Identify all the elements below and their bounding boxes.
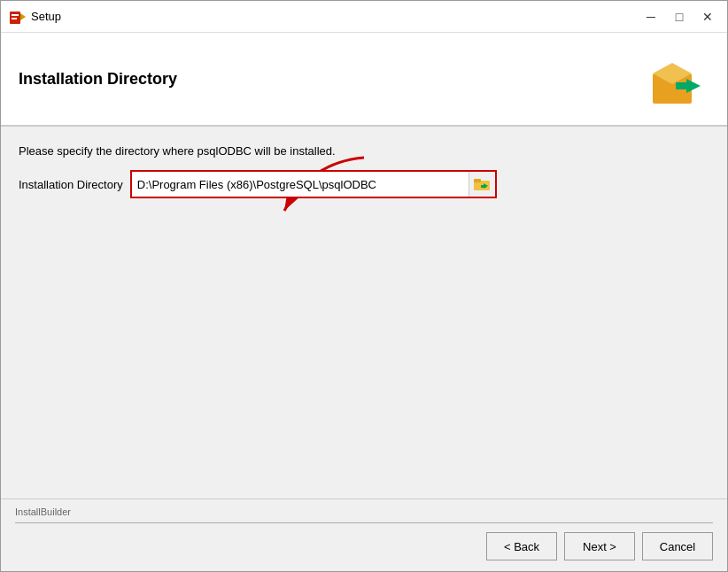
footer: InstallBuilder < Back Next > Cancel — [1, 499, 727, 571]
title-bar-controls: ─ □ ✕ — [639, 8, 720, 26]
field-label: Installation Directory — [19, 178, 123, 191]
svg-marker-3 — [20, 13, 26, 20]
svg-rect-12 — [481, 185, 486, 188]
svg-rect-7 — [676, 82, 692, 89]
footer-divider — [15, 522, 713, 523]
svg-rect-1 — [12, 14, 19, 16]
svg-rect-10 — [474, 179, 481, 182]
next-button[interactable]: Next > — [564, 532, 635, 560]
header-section: Installation Directory — [1, 33, 727, 127]
svg-rect-2 — [12, 18, 17, 19]
maximize-button[interactable]: □ — [667, 8, 692, 26]
minimize-button[interactable]: ─ — [639, 8, 663, 26]
content-area: Please specify the directory where psqlO… — [1, 127, 727, 499]
folder-icon — [474, 177, 490, 191]
title-bar: Setup ─ □ ✕ — [1, 1, 727, 33]
directory-field-row: Installation Directory — [19, 170, 709, 198]
setup-icon — [8, 8, 26, 26]
close-button[interactable]: ✕ — [695, 8, 720, 26]
package-icon — [646, 47, 709, 111]
page-title: Installation Directory — [19, 70, 177, 89]
build-label: InstallBuilder — [15, 506, 713, 517]
title-bar-title: Setup — [31, 10, 61, 23]
description-text: Please specify the directory where psqlO… — [19, 144, 709, 158]
footer-buttons: < Back Next > Cancel — [15, 532, 713, 564]
cancel-button[interactable]: Cancel — [642, 532, 713, 560]
browse-button[interactable] — [469, 172, 495, 197]
title-bar-left: Setup — [8, 8, 61, 26]
directory-input[interactable] — [132, 172, 469, 197]
setup-window: Setup ─ □ ✕ Installation Directory — [0, 0, 728, 572]
back-button[interactable]: < Back — [486, 532, 557, 560]
directory-input-wrapper — [130, 170, 497, 198]
